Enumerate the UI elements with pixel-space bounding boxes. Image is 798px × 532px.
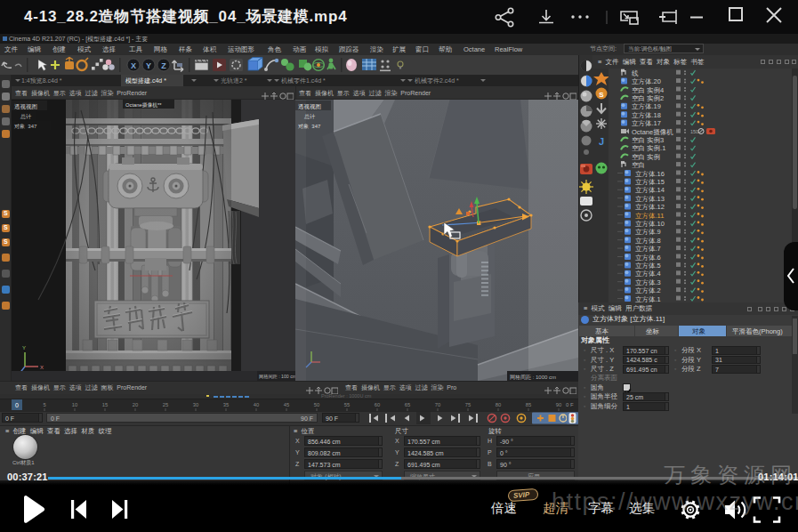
svg-text:45: 45 [284, 402, 289, 407]
svg-text:透视视图: 透视视图 [14, 103, 37, 110]
svg-text:35: 35 [223, 402, 229, 407]
svg-text:立方体.20: 立方体.20 [632, 77, 661, 85]
svg-text:85: 85 [526, 402, 531, 407]
svg-text:Y: Y [146, 61, 151, 70]
svg-text:网格间距 : 1000 cm: 网格间距 : 1000 cm [510, 374, 556, 381]
svg-text:90: 90 [556, 402, 561, 407]
svg-text:立方体.3: 立方体.3 [635, 278, 661, 286]
svg-text:65: 65 [405, 402, 410, 407]
svg-text:60: 60 [375, 402, 380, 407]
svg-text:75: 75 [465, 402, 471, 407]
svg-text:0 F: 0 F [566, 402, 574, 407]
svg-text:立方体.13: 立方体.13 [635, 195, 665, 203]
svg-text:对象 347: 对象 347 [14, 124, 37, 129]
svg-text:空白 实例: 空白 实例 [632, 153, 660, 161]
svg-text:立方体.18: 立方体.18 [632, 111, 661, 119]
svg-text:40: 40 [254, 402, 259, 407]
svg-text:立方体.7: 立方体.7 [635, 245, 661, 253]
svg-text:立方体.1: 立方体.1 [635, 295, 661, 303]
svg-text:10: 10 [72, 402, 77, 407]
svg-text:立方体.6: 立方体.6 [635, 254, 661, 262]
svg-text:30: 30 [193, 402, 198, 407]
svg-text:X: X [40, 365, 44, 370]
svg-text:J: J [599, 136, 604, 147]
svg-text:总计: 总计 [303, 114, 315, 119]
svg-text:25: 25 [163, 402, 168, 407]
svg-text:立方体.17: 立方体.17 [632, 119, 661, 127]
svg-text:Octane摄像机**: Octane摄像机** [125, 102, 162, 109]
svg-text:5: 5 [43, 402, 45, 407]
svg-text:对象 347: 对象 347 [298, 124, 321, 129]
svg-text:立方体.16: 立方体.16 [635, 170, 665, 178]
svg-text:立方体.4: 立方体.4 [635, 270, 661, 278]
svg-text:总计: 总计 [20, 114, 31, 119]
svg-text:立方体.10: 立方体.10 [635, 220, 665, 228]
svg-text:立方体.15: 立方体.15 [635, 178, 665, 186]
svg-text:空白 实例3: 空白 实例3 [632, 136, 664, 144]
svg-text:立方体.19: 立方体.19 [632, 102, 661, 110]
svg-text:S: S [599, 91, 604, 99]
svg-text:透视视图: 透视视图 [298, 103, 321, 110]
svg-text:50: 50 [314, 402, 319, 407]
svg-text:55: 55 [344, 402, 350, 407]
svg-text:立方体.9: 立方体.9 [635, 228, 661, 236]
svg-text:Z: Z [161, 61, 166, 70]
svg-text:网格间距 : 100 cm: 网格间距 : 100 cm [259, 374, 295, 380]
svg-text:立方体.2: 立方体.2 [635, 286, 661, 294]
svg-text:Octane摄像机: Octane摄像机 [632, 128, 673, 136]
svg-text:立方体.8: 立方体.8 [635, 237, 661, 245]
svg-text:空白 实例2: 空白 实例2 [632, 94, 664, 102]
svg-text:70: 70 [435, 402, 440, 407]
svg-text:立方体.14: 立方体.14 [635, 186, 665, 194]
svg-text:150: 150 [690, 129, 698, 134]
svg-text:立方体.11: 立方体.11 [635, 212, 664, 220]
svg-text:线: 线 [632, 69, 639, 77]
svg-text:空白 实例4: 空白 实例4 [632, 86, 664, 94]
svg-text:15: 15 [102, 402, 108, 407]
svg-text:空白: 空白 [632, 161, 645, 169]
svg-text:空白 实例.1: 空白 实例.1 [632, 144, 665, 152]
svg-text:20: 20 [133, 402, 138, 407]
svg-text:X: X [131, 61, 136, 70]
svg-text:Y: Y [22, 345, 26, 351]
svg-text:80: 80 [496, 402, 501, 407]
svg-text:立方体.5: 立方体.5 [635, 262, 661, 270]
svg-text:立方体.12: 立方体.12 [635, 203, 665, 211]
